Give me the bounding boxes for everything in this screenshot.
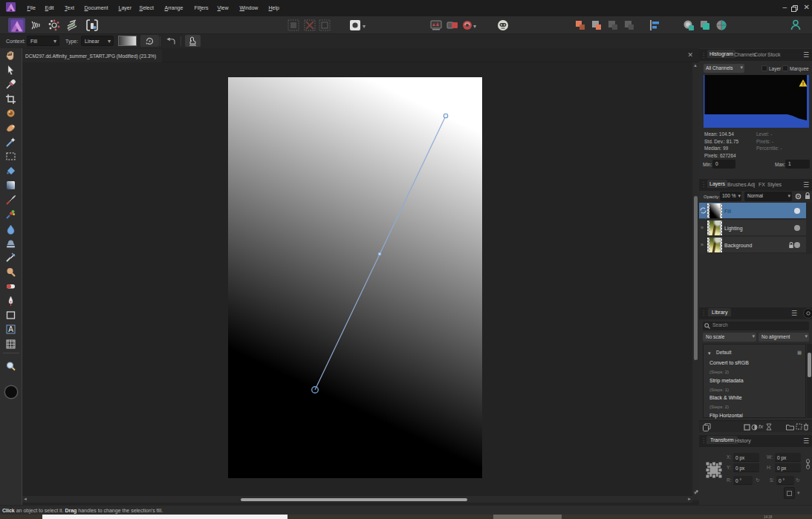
svg-text:!: ! — [802, 81, 804, 86]
svg-text:A: A — [8, 325, 13, 333]
